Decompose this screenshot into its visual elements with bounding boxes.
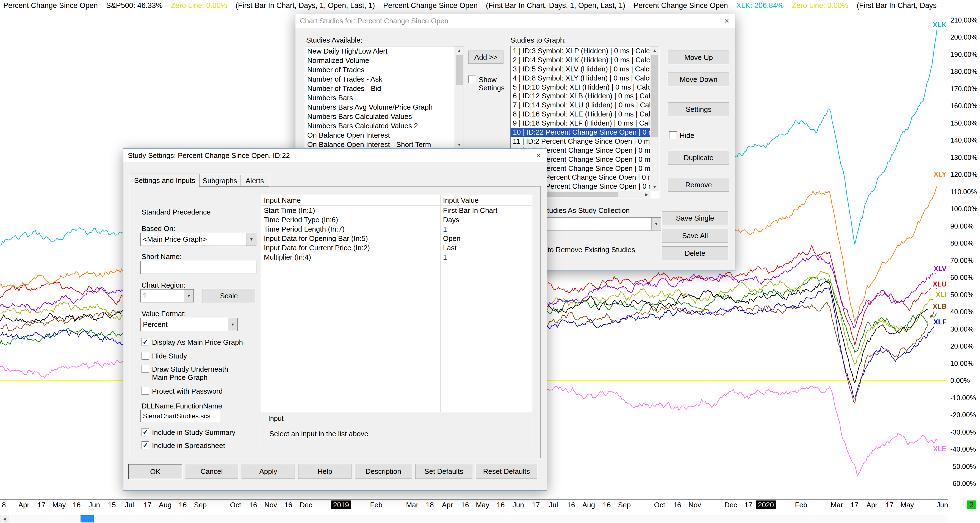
study-to-graph-item[interactable]: 9 | ID:18 Symbol: XLF (Hidden) | 0 ms | … <box>511 119 651 128</box>
duplicate-button[interactable]: Duplicate <box>668 151 729 165</box>
study-available-item[interactable]: Number of Trades - Ask <box>305 75 455 84</box>
study-settings-titlebar[interactable]: Study Settings: Percent Change Since Ope… <box>123 149 547 162</box>
delete-button[interactable]: Delete <box>662 246 728 260</box>
study-available-item[interactable]: Number of Trades - Bid <box>305 84 455 93</box>
study-available-item[interactable]: On Balance Open Interest <box>305 130 455 140</box>
apply-button[interactable]: Apply <box>242 464 295 479</box>
dll-function-input[interactable]: SierraChartStudies.scs <box>140 410 220 422</box>
checkbox-box[interactable] <box>468 76 476 83</box>
inputs-table-row[interactable]: Time Period Length (In:7)1 <box>261 224 532 234</box>
description-button[interactable]: Description <box>355 464 412 479</box>
remove-button[interactable]: Remove <box>668 178 729 192</box>
study-available-item[interactable]: New Daily High/Low Alert <box>305 46 455 56</box>
inputs-table-row[interactable]: Multiplier (In:4)1 <box>261 253 532 262</box>
tab-alerts[interactable]: Alerts <box>240 175 269 187</box>
hide-study-checkbox[interactable]: Hide Study <box>142 352 187 360</box>
study-available-item[interactable]: On Balance Open Interest - Short Term <box>305 140 455 149</box>
inputs-table-row[interactable]: Start Time (In:1)First Bar In Chart <box>261 206 532 215</box>
show-settings-checkbox[interactable]: Show Settings <box>468 76 515 92</box>
inputs-table[interactable]: Input Name Input Value Start Time (In:1)… <box>261 195 532 412</box>
close-icon[interactable]: × <box>718 14 735 28</box>
inputs-table-row[interactable]: Input Data for Current Price (In:2)Last <box>261 243 532 253</box>
checkbox-box[interactable] <box>669 131 677 139</box>
study-to-graph-item[interactable]: 8 | ID:16 Symbol: XLE (Hidden) | 0 ms | … <box>511 110 651 119</box>
inputs-table-row[interactable]: Time Period Type (In:6)Days <box>261 215 532 224</box>
study-available-item[interactable]: Number of Trades <box>305 65 455 75</box>
checkbox-box[interactable]: ✓ <box>142 338 149 346</box>
date-axis-label: Aug <box>159 501 172 509</box>
checkbox-box[interactable]: ✓ <box>142 442 149 449</box>
cancel-button[interactable]: Cancel <box>185 464 238 479</box>
include-in-spreadsheet-checkbox[interactable]: ✓ Include in Spreadsheet <box>142 442 225 450</box>
based-on-combobox[interactable]: <Main Price Graph> ▼ <box>140 233 256 246</box>
checkbox-box[interactable] <box>142 365 149 373</box>
save-single-button[interactable]: Save Single <box>662 211 728 225</box>
chevron-down-icon[interactable]: ▼ <box>651 218 661 230</box>
study-to-graph-item[interactable]: 3 | ID:5 Symbol: XLV (Hidden) | 0 ms | C… <box>511 65 651 74</box>
study-available-item[interactable]: Numbers Bars Avg Volume/Price Graph <box>305 102 455 112</box>
scale-button[interactable]: Scale <box>202 289 255 303</box>
hide-checkbox[interactable]: Hide <box>669 131 694 140</box>
chart-region-combobox[interactable]: 1 ▼ <box>140 289 194 302</box>
studies-available-vscrollbar[interactable]: ▲ ▼ <box>455 46 464 149</box>
study-available-item[interactable]: Numbers Bars <box>305 93 455 102</box>
close-icon[interactable]: × <box>530 149 547 162</box>
short-name-input[interactable] <box>140 261 256 274</box>
help-button[interactable]: Help <box>298 464 352 479</box>
price-scale-label: -40.00% <box>950 445 976 453</box>
tab-subgraphs[interactable]: Subgraphs <box>199 175 241 187</box>
protect-with-password-checkbox[interactable]: Protect with Password <box>142 387 223 395</box>
study-to-graph-item[interactable]: 2 | ID:4 Symbol: XLK (Hidden) | 0 ms | C… <box>511 56 651 65</box>
checkbox-box[interactable] <box>142 352 149 359</box>
chevron-down-icon[interactable]: ▼ <box>228 318 237 331</box>
inputs-table-row[interactable]: Input Data for Opening Bar (In:5)Open <box>261 234 532 243</box>
scrollbar-thumb[interactable] <box>651 55 658 137</box>
scrollbar-thumb[interactable] <box>456 55 463 85</box>
study-to-graph-item[interactable]: 4 | ID:8 Symbol: XLY (Hidden) | 0 ms | C… <box>511 74 651 83</box>
chevron-down-icon[interactable]: ▼ <box>247 233 256 246</box>
scroll-up-icon[interactable]: ▲ <box>455 46 464 54</box>
tab-settings-and-inputs[interactable]: Settings and Inputs <box>130 173 199 187</box>
chart-studies-titlebar[interactable]: Chart Studies for: Percent Change Since … <box>296 14 735 28</box>
study-to-graph-item[interactable]: 1 | ID:3 Symbol: XLP (Hidden) | 0 ms | C… <box>511 46 651 56</box>
price-scale-label: -50.00% <box>950 462 976 471</box>
study-to-graph-item[interactable]: 11 | ID:2 Percent Change Since Open | 0 … <box>511 137 651 146</box>
price-scale-label: -60.00% <box>950 479 976 488</box>
settings-button[interactable]: Settings <box>668 102 729 116</box>
price-scale-label: 90.00% <box>950 222 974 230</box>
move-up-button[interactable]: Move Up <box>668 51 729 64</box>
studies-available-list[interactable]: New Daily High/Low AlertNormalized Volum… <box>305 46 464 149</box>
chevron-down-icon[interactable]: ▼ <box>184 289 194 302</box>
price-scale[interactable]: 210.00%200.00%190.00%180.00%170.00%160.0… <box>948 0 980 523</box>
draw-study-underneath-checkbox[interactable]: Draw Study Underneath Main Price Graph <box>142 365 232 382</box>
checkbox-box[interactable]: ✓ <box>142 428 149 436</box>
date-axis-label: 17 <box>851 501 859 509</box>
study-to-graph-item[interactable]: 5 | ID:10 Symbol: XLI (Hidden) | 0 ms | … <box>511 83 651 92</box>
include-in-study-summary-checkbox[interactable]: ✓ Include in Study Summary <box>142 428 235 437</box>
checkbox-box[interactable] <box>142 387 149 395</box>
study-to-graph-item[interactable]: 10 | ID:22 Percent Change Since Open | 0… <box>511 128 651 137</box>
studies-to-graph-vscrollbar[interactable]: ▲ ▼ <box>650 46 659 191</box>
scrollbar-thumb[interactable] <box>81 515 94 523</box>
ok-button[interactable]: OK <box>128 464 182 479</box>
scroll-down-icon[interactable]: ▼ <box>650 183 659 191</box>
study-available-item[interactable]: Numbers Bars Calculated Values 2 <box>305 121 455 130</box>
scroll-right-icon[interactable]: ▶ <box>643 191 651 198</box>
study-available-item[interactable]: Numbers Bars Calculated Values <box>305 112 455 121</box>
study-available-item[interactable]: Normalized Volume <box>305 56 455 65</box>
set-defaults-button[interactable]: Set Defaults <box>415 464 473 479</box>
reset-defaults-button[interactable]: Reset Defaults <box>476 464 537 479</box>
study-to-graph-item[interactable]: 7 | ID:14 Symbol: XLU (Hidden) | 0 ms | … <box>511 100 651 110</box>
display-as-main-price-graph-checkbox[interactable]: ✓ Display As Main Price Graph <box>142 338 243 347</box>
scroll-up-icon[interactable]: ▲ <box>650 46 659 54</box>
scroll-left-icon[interactable]: ◀ <box>0 515 10 523</box>
scroll-down-icon[interactable]: ▼ <box>455 141 464 149</box>
chart-horizontal-scrollbar[interactable]: ◀ <box>0 515 948 523</box>
date-axis[interactable]: 8Apr17May16Jun15Jul17Aug16SepOct16Nov16D… <box>0 501 948 510</box>
save-all-button[interactable]: Save All <box>662 229 728 243</box>
move-down-button[interactable]: Move Down <box>668 73 729 86</box>
date-axis-label: 2019 <box>331 501 351 509</box>
value-format-combobox[interactable]: Percent ▼ <box>140 318 238 331</box>
add-study-button[interactable]: Add >> <box>468 51 503 64</box>
study-to-graph-item[interactable]: 6 | ID:12 Symbol: XLB (Hidden) | 0 ms | … <box>511 91 651 100</box>
